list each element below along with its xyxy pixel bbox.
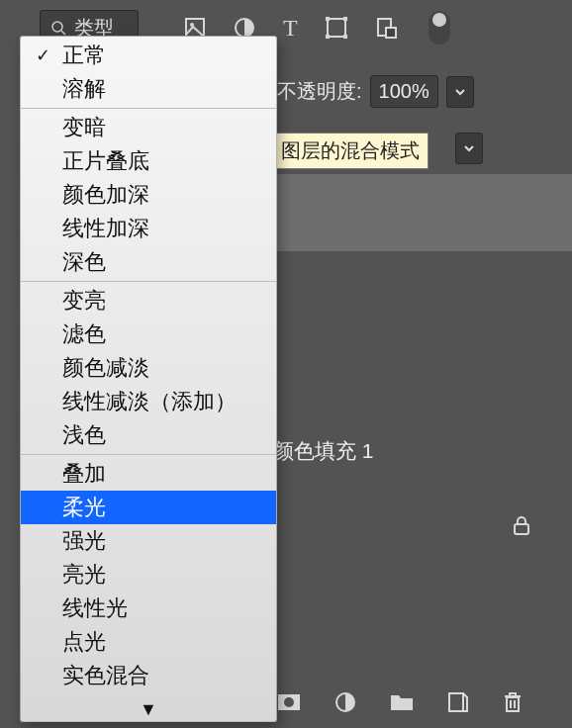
opacity-value: 100% — [379, 80, 429, 103]
opacity-dropdown-button[interactable] — [446, 76, 474, 108]
scroll-down-arrow[interactable]: ▼ — [21, 699, 276, 721]
blend-mode-option-label: 线性光 — [62, 593, 128, 623]
blend-mode-option[interactable]: 颜色减淡 — [21, 351, 276, 385]
blend-mode-option[interactable]: 正片叠底 — [21, 144, 276, 178]
layer-entry-bg — [277, 174, 572, 251]
blend-mode-option[interactable]: 叠加 — [21, 457, 276, 491]
add-mask-icon[interactable] — [277, 691, 301, 713]
trash-icon[interactable] — [503, 691, 523, 713]
svg-point-14 — [284, 697, 294, 707]
blend-mode-option-label: 深色 — [62, 247, 106, 277]
fill-dropdown-button[interactable] — [455, 133, 483, 164]
smartobject-layer-filter-icon[interactable] — [375, 17, 397, 39]
blend-mode-option-label: 柔光 — [62, 493, 106, 522]
svg-rect-12 — [515, 524, 528, 534]
blend-mode-option-label: 叠加 — [62, 459, 106, 489]
blend-mode-option[interactable]: 颜色加深 — [21, 178, 276, 212]
blend-mode-option-label: 滤色 — [62, 319, 106, 349]
blend-mode-option[interactable]: 溶解 — [21, 72, 276, 106]
blend-mode-option[interactable]: 亮光 — [21, 558, 276, 592]
svg-line-1 — [61, 31, 65, 35]
chevron-down-icon — [454, 86, 466, 98]
opacity-input[interactable]: 100% — [370, 75, 438, 108]
blend-mode-option-label: 变暗 — [62, 113, 106, 142]
blend-mode-dropdown[interactable]: ✓正常溶解变暗正片叠底颜色加深线性加深深色变亮滤色颜色减淡线性减淡（添加）浅色叠… — [20, 36, 277, 722]
blend-mode-option[interactable]: 点光 — [21, 625, 276, 659]
blend-mode-option[interactable]: 强光 — [21, 524, 276, 558]
blend-mode-option[interactable]: 滤色 — [21, 318, 276, 351]
shape-layer-filter-icon[interactable] — [326, 17, 347, 39]
blend-mode-option-label: 点光 — [62, 627, 106, 657]
blend-mode-option[interactable]: 线性减淡（添加） — [21, 385, 276, 418]
type-layer-filter-icon[interactable]: T — [283, 15, 298, 42]
blend-mode-option-label: 颜色减淡 — [62, 353, 149, 383]
svg-rect-21 — [510, 693, 516, 696]
svg-point-0 — [52, 22, 62, 32]
svg-rect-5 — [328, 19, 345, 37]
lock-icon — [511, 514, 532, 536]
svg-rect-17 — [507, 697, 519, 711]
blend-mode-option[interactable]: 深色 — [21, 245, 276, 279]
blend-mode-option[interactable]: 变亮 — [21, 284, 276, 318]
blend-mode-option[interactable]: 变暗 — [21, 111, 276, 144]
blend-mode-tooltip: 图层的混合模式 — [272, 133, 429, 169]
svg-rect-8 — [326, 35, 330, 39]
blend-mode-option-label: 浅色 — [62, 420, 106, 450]
blend-mode-option-label: 正片叠底 — [62, 146, 149, 176]
blend-mode-option-label: 正常 — [62, 41, 106, 70]
svg-rect-16 — [449, 693, 463, 711]
blend-mode-option[interactable]: 浅色 — [21, 418, 276, 452]
blend-mode-option[interactable]: 实色混合 — [21, 659, 276, 692]
opacity-label: 不透明度: — [277, 78, 362, 105]
blend-mode-option[interactable]: 线性光 — [21, 592, 276, 625]
blend-mode-option-label: 亮光 — [62, 560, 106, 590]
blend-mode-option-label: 线性减淡（添加） — [62, 387, 237, 416]
svg-rect-11 — [386, 28, 396, 38]
checkmark-icon: ✓ — [31, 41, 54, 70]
blend-mode-option[interactable]: 线性加深 — [21, 212, 276, 245]
chevron-down-icon — [463, 142, 475, 154]
svg-rect-7 — [343, 17, 347, 21]
blend-mode-option-label: 溶解 — [62, 74, 106, 104]
blend-mode-option-label: 强光 — [62, 526, 106, 556]
svg-rect-9 — [343, 35, 347, 39]
filter-toggle[interactable] — [429, 11, 450, 45]
layer-name[interactable]: 颜色填充 1 — [273, 437, 374, 465]
group-icon[interactable] — [390, 692, 414, 712]
new-layer-icon[interactable] — [447, 691, 469, 713]
blend-mode-option[interactable]: 柔光 — [21, 491, 276, 524]
adjustment-layer-icon[interactable] — [334, 691, 356, 713]
blend-mode-option-label: 颜色加深 — [62, 180, 149, 210]
blend-mode-option-label: 实色混合 — [62, 661, 149, 690]
blend-mode-option-label: 变亮 — [62, 286, 106, 316]
svg-rect-6 — [326, 17, 330, 21]
search-icon — [50, 20, 66, 36]
blend-mode-option-label: 线性加深 — [62, 214, 149, 243]
blend-mode-option[interactable]: ✓正常 — [21, 39, 276, 72]
